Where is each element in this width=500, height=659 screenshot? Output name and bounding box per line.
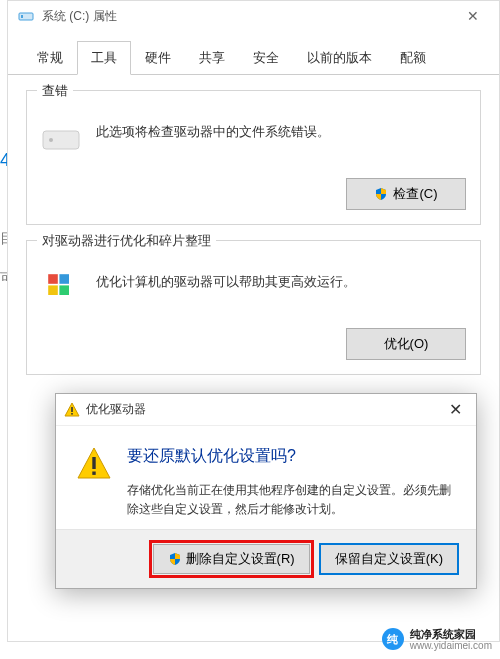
keep-settings-button[interactable]: 保留自定义设置(K) (320, 544, 458, 574)
svg-rect-4 (48, 274, 58, 284)
warning-icon (76, 446, 112, 482)
svg-rect-6 (48, 285, 58, 295)
svg-rect-1 (21, 15, 23, 18)
tab-general[interactable]: 常规 (23, 41, 77, 75)
svg-rect-8 (71, 407, 73, 412)
dialog-question: 要还原默认优化设置吗? (127, 446, 456, 467)
tab-hardware[interactable]: 硬件 (131, 41, 185, 75)
defrag-icon (41, 271, 81, 303)
watermark: 纯 纯净系统家园 www.yidaimei.com (382, 628, 492, 651)
svg-rect-5 (59, 274, 69, 284)
check-button-label: 检查(C) (393, 185, 437, 203)
svg-rect-7 (59, 285, 69, 295)
watermark-url: www.yidaimei.com (410, 640, 492, 651)
panel-title: 对驱动器进行优化和碎片整理 (37, 232, 216, 250)
panel-description: 优化计算机的驱动器可以帮助其更高效运行。 (96, 271, 466, 291)
delete-settings-button[interactable]: 删除自定义设置(R) (153, 544, 310, 574)
watermark-name: 纯净系统家园 (410, 628, 492, 640)
svg-rect-2 (43, 131, 79, 149)
keep-button-label: 保留自定义设置(K) (335, 550, 443, 568)
delete-button-label: 删除自定义设置(R) (186, 550, 295, 568)
tab-quota[interactable]: 配额 (386, 41, 440, 75)
panel-description: 此选项将检查驱动器中的文件系统错误。 (96, 121, 466, 141)
titlebar: 系统 (C:) 属性 ✕ (8, 1, 499, 31)
optimize-panel: 对驱动器进行优化和碎片整理 优化计算机的驱动器可以帮助其更高效运行。 优化(O) (26, 240, 481, 375)
close-icon[interactable]: ✕ (443, 400, 468, 419)
confirm-dialog: 优化驱动器 ✕ 要还原默认优化设置吗? 存储优化当前正在使用其他程序创建的自定义… (55, 393, 477, 589)
close-icon[interactable]: ✕ (457, 8, 489, 24)
tab-strip: 常规 工具 硬件 共享 安全 以前的版本 配额 (8, 41, 499, 75)
optimize-button-label: 优化(O) (384, 335, 429, 353)
shield-icon (168, 552, 182, 566)
panel-title: 查错 (37, 82, 73, 100)
tab-sharing[interactable]: 共享 (185, 41, 239, 75)
check-button[interactable]: 检查(C) (346, 178, 466, 210)
optimize-button[interactable]: 优化(O) (346, 328, 466, 360)
svg-point-3 (49, 138, 53, 142)
dialog-titlebar: 优化驱动器 ✕ (56, 394, 476, 426)
drive-check-icon (41, 121, 81, 153)
window-title: 系统 (C:) 属性 (42, 8, 457, 25)
tab-security[interactable]: 安全 (239, 41, 293, 75)
tab-tools[interactable]: 工具 (77, 41, 131, 75)
warning-icon (64, 402, 80, 418)
dialog-title: 优化驱动器 (86, 401, 443, 418)
svg-rect-11 (92, 472, 95, 475)
tab-previous[interactable]: 以前的版本 (293, 41, 386, 75)
svg-rect-10 (92, 457, 95, 469)
drive-icon (18, 8, 34, 24)
shield-icon (374, 187, 388, 201)
error-check-panel: 查错 此选项将检查驱动器中的文件系统错误。 检查(C) (26, 90, 481, 225)
watermark-logo: 纯 (382, 628, 404, 650)
dialog-description: 存储优化当前正在使用其他程序创建的自定义设置。必须先删除这些自定义设置，然后才能… (127, 481, 456, 519)
svg-rect-9 (71, 413, 73, 415)
